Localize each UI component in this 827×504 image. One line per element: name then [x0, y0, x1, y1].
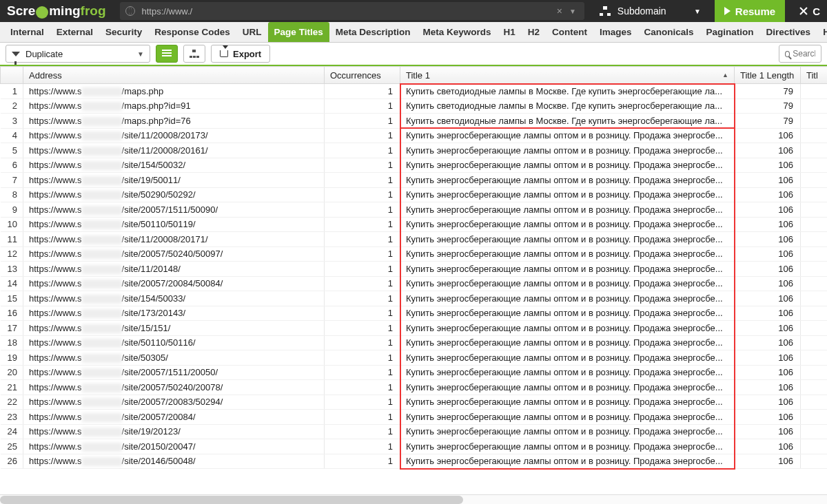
cell-title1: Купить энергосберегающие лампы оптом и в… — [400, 187, 735, 202]
tab-internal[interactable]: Internal — [4, 22, 50, 43]
clear-button[interactable]: C — [789, 0, 827, 22]
cell-title1: Купить энергосберегающие лампы оптом и в… — [400, 454, 735, 469]
tab-meta-description[interactable]: Meta Description — [329, 22, 417, 43]
table-row[interactable]: 13https://www.s/site/11/20148/1Купить эн… — [1, 262, 828, 277]
cell-title1: Купить энергосберегающие лампы оптом и в… — [400, 143, 735, 158]
tab-pagination[interactable]: Pagination — [700, 22, 760, 43]
cell-title1: Купить светодиодные лампы в Москве. Где … — [400, 84, 735, 99]
horizontal-scrollbar[interactable] — [0, 494, 827, 504]
cell-title1: Купить энергосберегающие лампы оптом и в… — [400, 439, 735, 454]
scrollbar-thumb[interactable] — [0, 496, 463, 504]
tab-h2[interactable]: H2 — [522, 22, 546, 43]
tab-meta-keywords[interactable]: Meta Keywords — [416, 22, 497, 43]
cell-title1: Купить энергосберегающие лампы оптом и в… — [400, 128, 735, 143]
tree-view-button[interactable] — [183, 45, 205, 63]
mode-dropdown[interactable]: Subdomain ▼ — [590, 0, 711, 22]
col-title-partial[interactable]: Titl — [801, 67, 828, 84]
col-title1[interactable]: Title 1 — [400, 67, 735, 84]
table-row[interactable]: 21https://www.s/site/20057/50240/20078/1… — [1, 380, 828, 395]
tab-images[interactable]: Images — [593, 22, 638, 43]
table-row[interactable]: 11https://www.s/site/11/20008/20171/1Куп… — [1, 232, 828, 247]
cell-address: https://www.s/site/20057/50240/20078/ — [23, 380, 325, 395]
table-row[interactable]: 12https://www.s/site/20057/50240/50097/1… — [1, 246, 828, 262]
table-row[interactable]: 3https://www.s/maps.php?id=761Купить све… — [1, 114, 828, 129]
filter-dropdown[interactable]: Duplicate ▼ — [6, 45, 150, 63]
chevron-down-icon: ▼ — [694, 8, 701, 15]
cell-title1: Купить энергосберегающие лампы оптом и в… — [400, 335, 735, 350]
col-address[interactable]: Address — [23, 67, 325, 84]
table-row[interactable]: 16https://www.s/site/173/20143/1Купить э… — [1, 306, 828, 321]
cell-index: 16 — [1, 306, 23, 321]
export-button[interactable]: Export — [211, 45, 270, 63]
results-table-container[interactable]: Address Occurrences Title 1 Title 1 Leng… — [0, 66, 827, 494]
search-field[interactable] — [793, 49, 815, 59]
table-row[interactable]: 9https://www.s/site/20057/1511/50090/1Ку… — [1, 202, 828, 218]
table-row[interactable]: 19https://www.s/site/50305/1Купить энерг… — [1, 350, 828, 366]
table-row[interactable]: 15https://www.s/site/154/50033/1Купить э… — [1, 291, 828, 306]
app-logo: Scremingfrog — [0, 3, 114, 19]
cell-address: https://www.s/site/11/20008/20173/ — [23, 128, 325, 143]
table-row[interactable]: 6https://www.s/site/154/50032/1Купить эн… — [1, 158, 828, 173]
url-input[interactable]: https://www./ × ▼ — [120, 2, 584, 20]
cell-partial — [801, 246, 828, 262]
table-row[interactable]: 4https://www.s/site/11/20008/20173/1Купи… — [1, 128, 828, 143]
url-history-caret-icon[interactable]: ▼ — [566, 8, 579, 15]
cell-occurrences: 1 — [325, 202, 400, 218]
table-row[interactable]: 17https://www.s/site/15/151/1Купить энер… — [1, 321, 828, 336]
table-row[interactable]: 24https://www.s/site/19/20123/1Купить эн… — [1, 424, 828, 439]
col-title1-length[interactable]: Title 1 Length — [735, 67, 801, 84]
table-row[interactable]: 10https://www.s/site/50110/50119/1Купить… — [1, 217, 828, 232]
table-row[interactable]: 7https://www.s/site/19/50011/1Купить эне… — [1, 173, 828, 188]
cell-title1: Купить энергосберегающие лампы оптом и в… — [400, 158, 735, 173]
table-row[interactable]: 25https://www.s/site/20150/20047/1Купить… — [1, 439, 828, 454]
list-view-button[interactable] — [156, 45, 178, 63]
tab-page-titles[interactable]: Page Titles — [268, 22, 329, 43]
cell-partial — [801, 276, 828, 291]
cell-partial — [801, 424, 828, 439]
tab-hreflang[interactable]: Hreflang — [817, 22, 827, 43]
cell-title1-length: 106 — [735, 143, 801, 158]
tab-security[interactable]: Security — [99, 22, 148, 43]
cell-title1-length: 106 — [735, 128, 801, 143]
tab-directives[interactable]: Directives — [760, 22, 817, 43]
cell-index: 20 — [1, 365, 23, 380]
resume-button[interactable]: Resume — [715, 0, 785, 22]
tab-canonicals[interactable]: Canonicals — [638, 22, 700, 43]
table-row[interactable]: 14https://www.s/site/20057/20084/50084/1… — [1, 276, 828, 291]
cell-occurrences: 1 — [325, 306, 400, 321]
main-tabstrip: InternalExternalSecurityResponse CodesUR… — [0, 22, 827, 43]
table-row[interactable]: 1https://www.s/maps.php1Купить светодиод… — [1, 84, 828, 99]
cell-index: 15 — [1, 291, 23, 306]
col-index[interactable] — [1, 67, 23, 84]
cell-title1: Купить энергосберегающие лампы оптом и в… — [400, 246, 735, 262]
cell-address: https://www.s/site/50110/50119/ — [23, 217, 325, 232]
tab-url[interactable]: URL — [236, 22, 268, 43]
cell-address: https://www.s/site/11/20008/20161/ — [23, 143, 325, 158]
cell-address: https://www.s/site/20057/20084/50084/ — [23, 276, 325, 291]
col-occurrences[interactable]: Occurrences — [325, 67, 400, 84]
table-row[interactable]: 2https://www.s/maps.php?id=911Купить све… — [1, 98, 828, 114]
search-input[interactable] — [779, 45, 821, 63]
cell-address: https://www.s/site/20057/50240/50097/ — [23, 246, 325, 262]
cell-index: 6 — [1, 158, 23, 173]
tab-h1[interactable]: H1 — [497, 22, 521, 43]
cell-address: https://www.s/maps.php?id=91 — [23, 98, 325, 114]
cell-partial — [801, 335, 828, 350]
table-row[interactable]: 5https://www.s/site/11/20008/20161/1Купи… — [1, 143, 828, 158]
table-row[interactable]: 18https://www.s/site/50110/50116/1Купить… — [1, 335, 828, 350]
table-row[interactable]: 23https://www.s/site/20057/20084/1Купить… — [1, 410, 828, 425]
globe-icon — [125, 6, 135, 16]
tab-content[interactable]: Content — [546, 22, 593, 43]
cell-index: 24 — [1, 424, 23, 439]
cell-title1-length: 106 — [735, 335, 801, 350]
table-row[interactable]: 26https://www.s/site/20146/50048/1Купить… — [1, 454, 828, 469]
cell-title1-length: 106 — [735, 321, 801, 336]
tab-external[interactable]: External — [50, 22, 99, 43]
cell-title1: Купить энергосберегающие лампы оптом и в… — [400, 291, 735, 306]
clear-url-icon[interactable]: × — [553, 6, 566, 17]
table-row[interactable]: 22https://www.s/site/20057/20083/50294/1… — [1, 395, 828, 410]
tab-response-codes[interactable]: Response Codes — [148, 22, 236, 43]
table-row[interactable]: 8https://www.s/site/50290/50292/1Купить … — [1, 187, 828, 202]
table-row[interactable]: 20https://www.s/site/20057/1511/20050/1К… — [1, 365, 828, 380]
cell-partial — [801, 128, 828, 143]
